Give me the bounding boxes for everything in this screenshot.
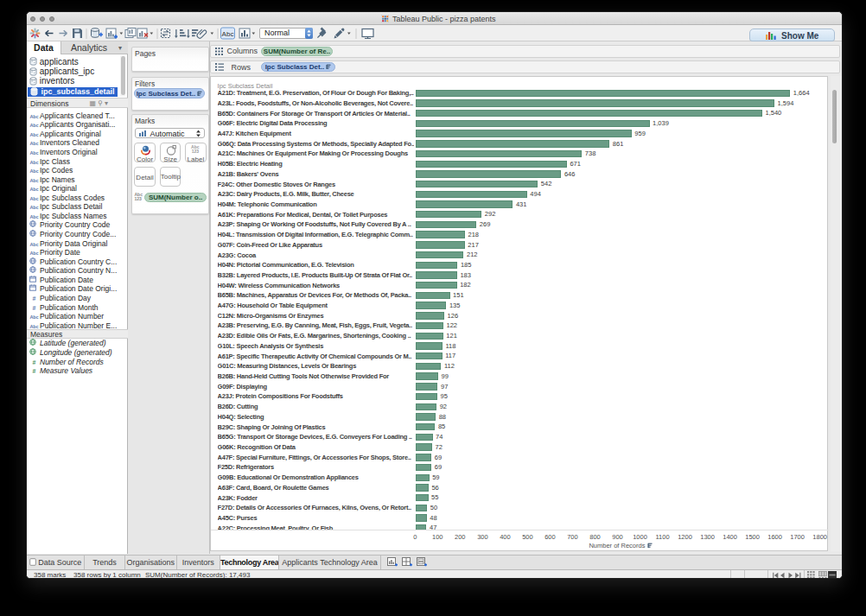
svg-text:Abc: Abc <box>222 30 234 38</box>
